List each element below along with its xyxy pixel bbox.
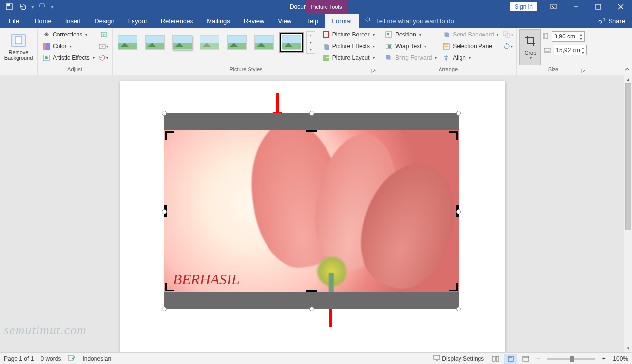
scroll-down-icon[interactable]: ▼ — [624, 345, 632, 352]
compress-pictures-icon[interactable] — [98, 29, 109, 40]
height-input[interactable]: 8,96 cm▲▼ — [552, 31, 585, 42]
picture-border-button[interactable]: Picture Border▾ — [320, 29, 377, 40]
tab-home[interactable]: Home — [28, 14, 58, 28]
sel-handle-br[interactable] — [456, 307, 461, 311]
sel-handle-l[interactable] — [162, 209, 167, 214]
tab-format[interactable]: Format — [325, 14, 359, 28]
align-button[interactable]: Align▾ — [440, 53, 500, 63]
height-up[interactable]: ▲ — [577, 32, 584, 36]
style-thumb-7-selected[interactable] — [279, 32, 304, 53]
qat-customize-icon[interactable]: ▾ — [50, 3, 55, 10]
contextual-tab-label: Picture Tools — [311, 4, 342, 10]
remove-background-button[interactable]: Remove Background — [3, 29, 34, 64]
tell-me-search[interactable]: Tell me what you want to do — [359, 14, 592, 28]
rotate-icon[interactable]: ▾ — [502, 41, 513, 52]
display-settings-button[interactable]: Display Settings — [442, 355, 484, 362]
qat-dropdown-icon[interactable]: ▾ — [30, 3, 35, 10]
zoom-slider-knob[interactable] — [570, 356, 574, 362]
tab-file[interactable]: File — [0, 14, 28, 28]
crop-handle-br[interactable] — [449, 283, 458, 291]
tab-help[interactable]: Help — [298, 14, 325, 28]
view-print-layout[interactable] — [504, 354, 517, 364]
sel-handle-tl[interactable] — [162, 111, 167, 116]
svg-rect-31 — [386, 55, 390, 59]
width-up[interactable]: ▲ — [579, 45, 586, 50]
tab-layout[interactable]: Layout — [121, 14, 154, 28]
crop-icon — [522, 33, 538, 49]
color-button[interactable]: Color▾ — [40, 41, 96, 52]
collapse-ribbon-icon[interactable] — [624, 66, 630, 73]
picture-layout-button[interactable]: Picture Layout▾ — [320, 53, 377, 63]
sel-handle-tr[interactable] — [456, 111, 461, 116]
inserted-picture[interactable]: BERHASIL — [164, 113, 459, 309]
redo-icon[interactable] — [36, 1, 49, 13]
share-button[interactable]: Share — [592, 14, 632, 28]
style-thumb-4[interactable] — [197, 32, 222, 53]
crop-handle-tr[interactable] — [449, 131, 458, 140]
tab-references[interactable]: References — [154, 14, 200, 28]
zoom-level[interactable]: 100% — [613, 355, 628, 362]
vertical-scrollbar[interactable]: ▲ ▼ — [624, 75, 632, 352]
send-backward-icon — [442, 31, 450, 38]
height-down[interactable]: ▼ — [577, 36, 584, 41]
svg-rect-12 — [15, 37, 22, 44]
gallery-more-button[interactable]: ▴▾▾ — [306, 31, 315, 54]
change-picture-icon[interactable]: ▾ — [98, 41, 109, 52]
artistic-effects-button[interactable]: Artistic Effects▾ — [40, 53, 96, 63]
corrections-button[interactable]: ☀Corrections▾ — [40, 29, 96, 40]
minimize-button[interactable] — [565, 0, 587, 14]
crop-handle-bl[interactable] — [165, 283, 174, 291]
crop-handle-top[interactable] — [306, 130, 317, 132]
undo-icon[interactable] — [17, 1, 29, 13]
tab-review[interactable]: Review — [237, 14, 271, 28]
zoom-in-button[interactable]: + — [599, 355, 608, 362]
sel-handle-t[interactable] — [309, 111, 314, 116]
group-objects-icon[interactable]: ▾ — [502, 29, 513, 40]
style-thumb-2[interactable] — [143, 32, 167, 53]
reset-picture-icon[interactable]: ▾ — [98, 53, 109, 63]
zoom-out-button[interactable]: − — [534, 355, 543, 362]
svg-rect-24 — [326, 58, 329, 61]
spellcheck-icon[interactable] — [68, 354, 76, 363]
position-button[interactable]: Position▾ — [383, 29, 439, 40]
style-thumb-6[interactable] — [252, 32, 276, 53]
maximize-button[interactable] — [587, 0, 610, 14]
style-thumb-1[interactable] — [115, 32, 140, 53]
wrap-text-button[interactable]: Wrap Text▾ — [383, 41, 439, 52]
view-web-layout[interactable] — [519, 354, 532, 364]
sel-handle-r[interactable] — [456, 209, 461, 214]
crop-handle-tl[interactable] — [165, 131, 174, 140]
view-read-mode[interactable] — [489, 354, 502, 364]
size-launcher-icon[interactable] — [581, 69, 587, 74]
width-down[interactable]: ▼ — [579, 50, 586, 55]
tab-view[interactable]: View — [271, 14, 298, 28]
tab-mailings[interactable]: Mailings — [200, 14, 237, 28]
group-label-adjust: Adjust — [67, 66, 82, 72]
picture-effects-button[interactable]: Picture Effects▾ — [320, 41, 377, 52]
zoom-slider[interactable] — [547, 358, 595, 360]
sel-handle-b[interactable] — [309, 307, 314, 311]
ribbon-display-options-icon[interactable] — [542, 0, 565, 14]
page[interactable]: BERHASIL — [120, 81, 505, 352]
sel-handle-bl[interactable] — [162, 307, 167, 311]
selection-pane-button[interactable]: Selection Pane — [440, 41, 500, 52]
close-button[interactable] — [610, 0, 632, 14]
bring-forward-button[interactable]: Bring Forward▾ — [383, 53, 439, 63]
style-thumb-3[interactable] — [170, 32, 194, 53]
status-words[interactable]: 0 words — [40, 355, 61, 362]
status-page[interactable]: Page 1 of 1 — [4, 355, 34, 362]
scroll-thumb[interactable] — [625, 83, 631, 230]
tell-me-placeholder: Tell me what you want to do — [376, 18, 454, 25]
tab-design[interactable]: Design — [88, 14, 121, 28]
scroll-up-icon[interactable]: ▲ — [624, 75, 632, 83]
send-backward-button[interactable]: Send Backward▾ — [440, 29, 500, 40]
signin-button[interactable]: Sign in — [510, 2, 537, 11]
crop-handle-bottom[interactable] — [306, 290, 317, 292]
width-input[interactable]: 15,92 cm▲▼ — [554, 45, 587, 55]
style-thumb-5[interactable] — [225, 32, 249, 53]
crop-button[interactable]: Crop▾ — [519, 29, 541, 65]
status-language[interactable]: Indonesian — [82, 355, 111, 362]
save-icon[interactable] — [3, 1, 16, 13]
tab-insert[interactable]: Insert — [58, 14, 88, 28]
styles-launcher-icon[interactable] — [371, 69, 377, 74]
